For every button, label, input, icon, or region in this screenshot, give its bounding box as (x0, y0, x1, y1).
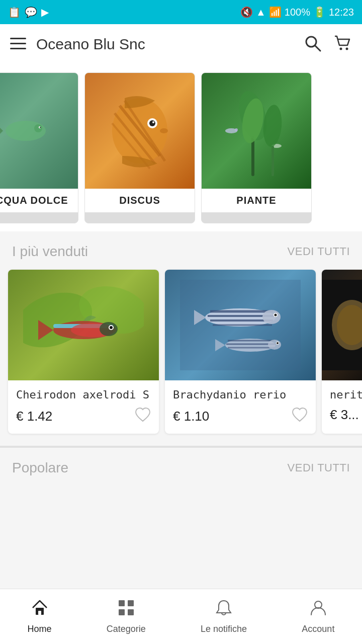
svg-point-49 (268, 340, 281, 350)
svg-rect-59 (119, 609, 125, 615)
bestsellers-view-all[interactable]: VEDI TUTTI (288, 245, 350, 258)
product-card-brachydanio[interactable]: Brachydanio rerio € 1.10 (165, 270, 316, 434)
status-bar: 📋 💬 ▶ 🔇 ▲ 📶 100% 🔋 12:23 (0, 0, 362, 24)
nav-home[interactable]: Home (18, 595, 62, 638)
product-card-cheirodon[interactable]: Cheirodon axelrodi S € 1.42 (8, 270, 159, 434)
svg-point-61 (315, 601, 322, 608)
nav-notifiche[interactable]: Le notifiche (191, 595, 257, 638)
svg-point-33 (100, 322, 118, 336)
category-card-discus[interactable]: DISCUS (84, 72, 195, 223)
svg-point-6 (346, 48, 348, 50)
nav-categorie-label: Categorie (107, 624, 146, 634)
product-footer-brachydanio: € 1.10 (173, 407, 308, 426)
wechat-icon: 💬 (25, 6, 37, 18)
signal-icon: 📶 (269, 6, 282, 18)
time-display: 12:23 (329, 7, 354, 18)
menu-button[interactable] (10, 35, 26, 54)
product-image-cheirodon (8, 270, 159, 380)
favorite-button-brachydanio[interactable] (292, 407, 308, 426)
product-image-nerit (322, 270, 362, 380)
product-footer-nerit: € 3... (330, 407, 362, 423)
category-card-piante[interactable]: PIANTE (201, 72, 312, 223)
svg-point-27 (261, 104, 283, 148)
category-label-discus: DISCUS (85, 189, 195, 212)
play-icon: ▶ (41, 6, 49, 18)
bestsellers-title: I più venduti (12, 244, 88, 260)
app-bar: Oceano Blu Snc (0, 24, 362, 64)
battery-icon: 🔋 (313, 6, 326, 18)
mute-icon: 🔇 (240, 6, 253, 18)
product-info-nerit: nerit... € 3... (322, 380, 362, 431)
categorie-icon (117, 599, 135, 621)
nav-account-label: Account (302, 624, 334, 634)
svg-point-24 (235, 128, 238, 131)
favorite-button-cheirodon[interactable] (135, 407, 151, 426)
product-footer-cheirodon: € 1.42 (16, 407, 151, 426)
product-price-brachydanio: € 1.10 (173, 409, 209, 424)
svg-rect-26 (272, 146, 274, 176)
battery-text: 100% (285, 7, 310, 18)
svg-point-44 (275, 314, 277, 316)
app-bar-actions (304, 34, 352, 54)
category-card-acqua-dolce[interactable]: ACQUA DOLCE (0, 72, 78, 223)
app-title: Oceano Blu Snc (36, 36, 294, 53)
status-icons-left: 📋 💬 ▶ (8, 6, 49, 18)
file-icon: 📋 (8, 6, 21, 18)
category-label-acqua-dolce: ACQUA DOLCE (0, 189, 78, 212)
svg-rect-57 (119, 600, 125, 606)
product-price-cheirodon: € 1.42 (16, 409, 52, 424)
svg-line-4 (315, 46, 320, 51)
product-card-nerit[interactable]: nerit... € 3... (322, 270, 362, 434)
popular-title: Popolare (12, 460, 68, 476)
svg-point-17 (149, 120, 155, 126)
svg-rect-60 (128, 609, 134, 615)
products-section: Cheirodon axelrodi S € 1.42 (0, 266, 362, 446)
svg-point-8 (34, 124, 42, 132)
category-scroll: ACQUA DOLCE (0, 72, 362, 223)
cart-button[interactable] (334, 34, 352, 54)
svg-point-42 (262, 310, 281, 324)
nav-notifiche-label: Le notifiche (201, 624, 247, 634)
nav-home-label: Home (28, 624, 52, 634)
category-image-piante (202, 73, 311, 189)
svg-point-5 (340, 48, 342, 50)
popular-header: Popolare VEDI TUTTI (0, 448, 362, 482)
notifiche-icon (215, 599, 233, 621)
category-image-discus (85, 73, 195, 189)
product-info-cheirodon: Cheirodon axelrodi S € 1.42 (8, 380, 159, 434)
nav-categorie[interactable]: Categorie (97, 595, 156, 638)
home-icon (31, 599, 49, 621)
svg-point-51 (277, 342, 279, 344)
bestsellers-header: I più venduti VEDI TUTTI (0, 231, 362, 266)
svg-rect-56 (38, 611, 41, 615)
category-label-piante: PIANTE (202, 189, 311, 212)
status-icons-right: 🔇 ▲ 📶 100% 🔋 12:23 (240, 6, 354, 18)
product-image-brachydanio (165, 270, 316, 380)
product-name-nerit: nerit... (330, 388, 362, 401)
nav-account[interactable]: Account (292, 595, 344, 638)
product-info-brachydanio: Brachydanio rerio € 1.10 (165, 380, 316, 434)
product-name-brachydanio: Brachydanio rerio (173, 388, 308, 401)
product-name-cheirodon: Cheirodon axelrodi S (16, 388, 151, 401)
popular-view-all[interactable]: VEDI TUTTI (288, 461, 350, 474)
svg-point-10 (40, 127, 41, 128)
svg-rect-1 (10, 43, 26, 44)
svg-rect-2 (10, 48, 26, 49)
product-price-nerit: € 3... (330, 407, 359, 423)
svg-point-35 (110, 326, 113, 329)
svg-point-19 (160, 128, 168, 133)
bottom-nav: Home Categorie Le notifiche (0, 589, 362, 644)
wifi-icon: ▲ (256, 7, 266, 18)
products-scroll: Cheirodon axelrodi S € 1.42 (0, 266, 362, 442)
svg-rect-0 (10, 38, 26, 39)
category-image-acqua-dolce (0, 73, 78, 189)
search-button[interactable] (304, 34, 322, 54)
popular-section: Popolare VEDI TUTTI (0, 448, 362, 542)
account-icon (309, 599, 327, 621)
svg-rect-58 (128, 600, 134, 606)
svg-point-18 (152, 121, 154, 123)
category-section: ACQUA DOLCE (0, 64, 362, 231)
